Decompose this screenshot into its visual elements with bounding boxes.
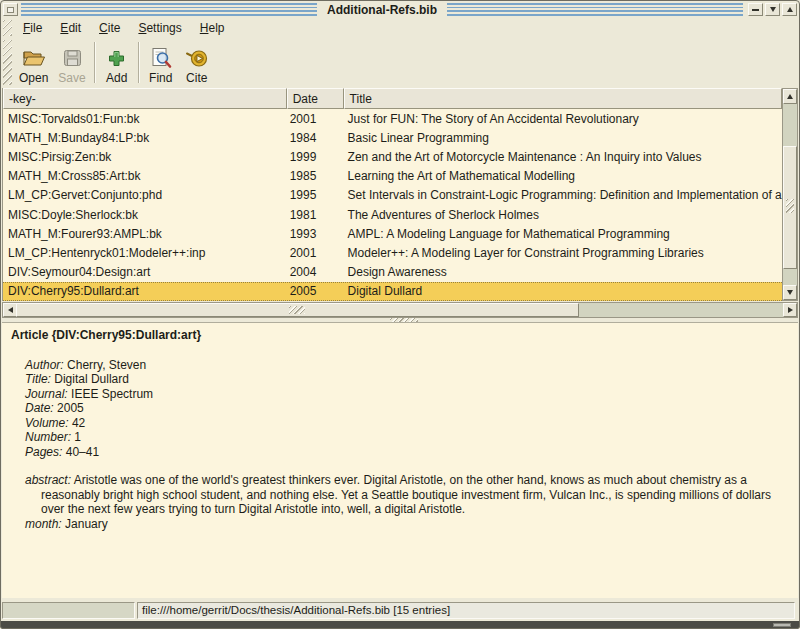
arrow-up-icon [787,94,793,99]
add-button-label: Add [106,71,127,85]
vertical-scrollbar-thumb[interactable] [783,146,797,269]
field-value: Digital Dullard [54,372,129,386]
cite-button-label: Cite [186,71,207,85]
field-value: 42 [72,416,85,430]
detail-field: Number: 1 [25,430,789,445]
horizontal-scrollbar[interactable] [2,302,798,318]
table-row[interactable]: DIV:Seymour04:Design:art 2004 Design Awa… [3,263,782,282]
column-header-date[interactable]: Date [287,88,344,109]
statusbar-message: file:///home/gerrit/Docs/thesis/Addition… [137,602,795,619]
table-row[interactable]: MISC:Torvalds01:Fun:bk 2001 Just for FUN… [3,109,782,128]
row-key: DIV:Seymour04:Design:art [3,265,287,279]
chevron-up-icon [787,7,793,12]
minimize-button[interactable] [748,3,763,16]
open-button[interactable]: Open [14,38,53,87]
vertical-scrollbar[interactable] [782,88,798,301]
add-button[interactable]: Add [99,38,135,87]
row-title: Modeler++: A Modeling Layer for Constrai… [344,246,782,260]
scroll-up-button[interactable] [783,89,797,104]
table-row[interactable]: LM_CP:Hentenryck01:Modeler++:inp 2001 Mo… [3,243,782,262]
find-button[interactable]: Find [143,38,179,87]
menu-item[interactable]: Cite [90,18,129,38]
window-title: Additional-Refs.bib [320,3,444,17]
column-header-key[interactable]: -key- [3,88,287,109]
arrow-right-icon [788,307,793,313]
row-date: 1995 [287,188,344,202]
row-key: MISC:Torvalds01:Fun:bk [3,112,287,126]
menu-item[interactable]: Help [191,18,234,38]
menu-item[interactable]: Settings [129,18,190,38]
window-menu-button[interactable] [3,3,18,16]
row-title: Basic Linear Programming [344,131,782,145]
detail-field: Pages: 40–41 [25,445,789,460]
field-value: 1 [74,430,81,444]
entry-heading: Article {DIV:Cherry95:Dullard:art} [11,328,789,343]
menu-item[interactable]: Edit [51,18,90,38]
toolbar-drag-handle[interactable] [3,40,12,85]
menubar-drag-handle[interactable] [3,20,12,36]
row-key: MISC:Doyle:Sherlock:bk [3,208,287,222]
thumb-grip-icon [289,306,305,314]
field-label: Pages: [25,445,62,459]
table-row[interactable]: MISC:Doyle:Sherlock:bk 1981 The Adventur… [3,205,782,224]
table-row[interactable]: MATH_M:Cross85:Art:bk 1985 Learning the … [3,167,782,186]
open-folder-icon [22,47,46,69]
detail-field: Date: 2005 [25,401,789,416]
row-key: MATH_M:Fourer93:AMPL:bk [3,227,287,241]
row-date: 1999 [287,150,344,164]
table-row[interactable]: DIV:Cherry95:Dullard:art 2005 Digital Du… [3,282,782,301]
table-row[interactable]: MATH_M:Bunday84:LP:bk 1984 Basic Linear … [3,128,782,147]
row-title: Learning the Art of Mathematical Modelli… [344,169,782,183]
scroll-down-button[interactable] [783,285,797,300]
scroll-left-button[interactable] [3,303,17,317]
abstract-text: Aristotle was one of the world's greates… [41,473,771,516]
abstract-label: abstract: [25,473,71,487]
find-button-label: Find [149,71,172,85]
row-date: 2001 [287,112,344,126]
menu-item[interactable]: File [14,18,51,38]
row-key: MISC:Pirsig:Zen:bk [3,150,287,164]
open-button-label: Open [19,71,48,85]
menubar: File Edit Cite Settings Help [2,18,798,38]
field-label: Author: [25,358,64,372]
cite-button[interactable]: Cite [179,38,215,87]
save-floppy-icon [62,47,83,69]
detail-field: Title: Digital Dullard [25,372,789,387]
row-title: Zen and the Art of Motorcycle Maintenanc… [344,150,782,164]
column-header-title[interactable]: Title [344,88,782,109]
cite-icon [185,47,208,69]
detail-field: Author: Cherry, Steven [25,358,789,373]
window-bottom-edge [0,621,800,629]
titlebar: Additional-Refs.bib [1,1,799,18]
resize-grip[interactable] [773,623,791,627]
field-label: Journal: [25,387,68,401]
find-search-icon [150,47,172,69]
field-label: Title: [25,372,51,386]
titlebar-stripes[interactable] [447,3,743,16]
shade-button[interactable] [765,3,780,16]
row-date: 1981 [287,208,344,222]
statusbar-progress-box [2,602,135,619]
month-value: January [65,517,108,531]
reference-table: -key- Date Title MISC:Torvalds01:Fun:bk … [2,88,782,301]
toolbar: Open Save Add [2,38,798,87]
row-title: Set Intervals in Constraint-Logic Progra… [344,188,782,202]
statusbar: file:///home/gerrit/Docs/thesis/Addition… [0,598,800,621]
row-date: 1985 [287,169,344,183]
table-row[interactable]: MISC:Pirsig:Zen:bk 1999 Zen and the Art … [3,147,782,166]
scroll-right-button[interactable] [783,303,797,317]
horizontal-scrollbar-thumb[interactable] [16,303,579,317]
row-key: LM_CP:Gervet:Conjunto:phd [3,188,287,202]
month-field: month: January [25,517,789,532]
table-row[interactable]: MATH_M:Fourer93:AMPL:bk 1993 AMPL: A Mod… [3,224,782,243]
row-date: 2004 [287,265,344,279]
field-label: Volume: [25,416,69,430]
save-button-label: Save [58,71,85,85]
minimize-icon [752,9,759,11]
titlebar-stripes[interactable] [21,3,317,16]
table-body: MISC:Torvalds01:Fun:bk 2001 Just for FUN… [3,109,782,301]
row-title: Digital Dullard [344,284,782,298]
maximize-button[interactable] [782,3,797,16]
row-date: 1984 [287,131,344,145]
table-row[interactable]: LM_CP:Gervet:Conjunto:phd 1995 Set Inter… [3,186,782,205]
